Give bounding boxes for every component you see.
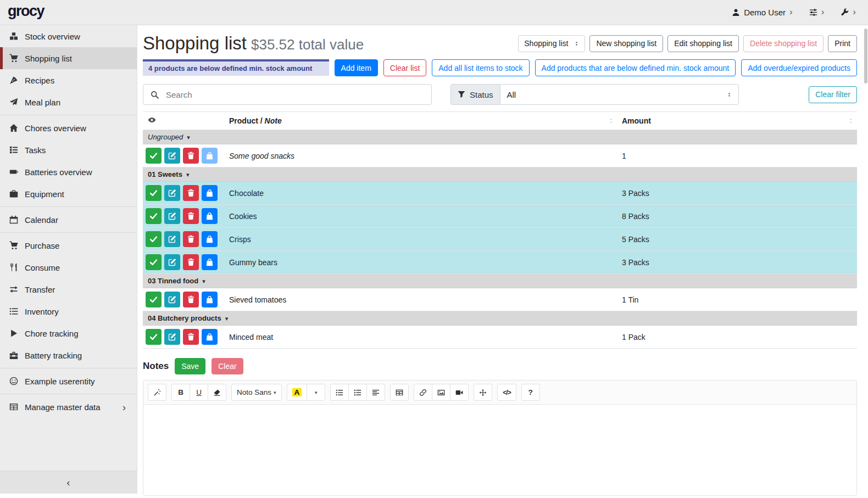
sidebar-item-equipment[interactable]: Equipment xyxy=(0,183,137,205)
sidebar-item-example-userentity[interactable]: Example userentity xyxy=(0,370,137,392)
notes-save-button[interactable]: Save xyxy=(175,358,205,374)
ordered-list-button[interactable] xyxy=(348,384,367,401)
underline-button[interactable]: U xyxy=(190,384,208,401)
insert-link-button[interactable] xyxy=(414,384,432,401)
row-done-button[interactable] xyxy=(146,208,162,224)
row-delete-button[interactable] xyxy=(183,208,199,224)
sidebar-item-tasks[interactable]: Tasks xyxy=(0,139,137,161)
color-picker-button[interactable]: ▾ xyxy=(307,384,325,401)
row-delete-button[interactable] xyxy=(183,231,199,247)
fullscreen-button[interactable] xyxy=(474,384,492,401)
row-add-to-stock-button[interactable] xyxy=(202,254,218,270)
code-view-button[interactable]: </> xyxy=(497,384,516,401)
paragraph-style-button[interactable] xyxy=(366,384,385,401)
delete-shopping-list-button[interactable]: Delete shopping list xyxy=(743,35,824,52)
add-overdue-button[interactable]: Add overdue/expired products xyxy=(741,59,857,76)
below-min-stock-alert[interactable]: 4 products are below defined min. stock … xyxy=(143,59,329,76)
row-edit-button[interactable] xyxy=(164,292,180,307)
row-done-button[interactable] xyxy=(146,292,162,307)
scrollbar-thumb[interactable] xyxy=(864,29,867,83)
scrollbar[interactable] xyxy=(864,26,867,495)
product-group-header[interactable]: 01 Sweets▾ xyxy=(143,167,857,182)
sidebar-item-consume[interactable]: Consume xyxy=(0,256,137,278)
caret-down-icon: ▾ xyxy=(202,278,205,284)
row-done-button[interactable] xyxy=(146,329,162,345)
sidebar-item-inventory[interactable]: Inventory xyxy=(0,300,137,322)
print-button[interactable]: Print xyxy=(828,35,857,52)
sidebar-item-manage-master-data[interactable]: Manage master data› xyxy=(0,396,137,418)
check-icon xyxy=(149,235,158,243)
row-edit-button[interactable] xyxy=(164,231,180,247)
row-delete-button[interactable] xyxy=(183,292,199,307)
insert-video-button[interactable] xyxy=(450,384,469,401)
trash-icon xyxy=(187,295,195,304)
select-arrows-icon xyxy=(727,91,732,98)
row-add-to-stock-button[interactable] xyxy=(202,329,218,345)
status-filter-select[interactable]: All xyxy=(500,84,739,105)
row-done-button[interactable] xyxy=(146,254,162,270)
sidebar-item-recipes[interactable]: Recipes xyxy=(0,69,137,91)
admin-menu[interactable]: › xyxy=(841,8,856,16)
row-delete-button[interactable] xyxy=(183,329,199,345)
row-add-to-stock-button[interactable] xyxy=(202,148,218,164)
sidebar-item-battery-tracking[interactable]: Battery tracking xyxy=(0,344,137,366)
sidebar-item-stock-overview[interactable]: Stock overview xyxy=(0,25,137,47)
row-delete-button[interactable] xyxy=(183,254,199,270)
row-done-button[interactable] xyxy=(146,231,162,247)
sidebar-item-batteries-overview[interactable]: Batteries overview xyxy=(0,161,137,183)
row-delete-button[interactable] xyxy=(183,148,199,164)
display-settings-menu[interactable]: › xyxy=(809,8,825,16)
sidebar-item-chores-overview[interactable]: Chores overview xyxy=(0,117,137,139)
row-add-to-stock-button[interactable] xyxy=(202,231,218,247)
sidebar-collapse-button[interactable]: ‹ xyxy=(0,471,137,494)
shopping-list-select[interactable]: Shopping list xyxy=(518,35,585,52)
edit-shopping-list-button[interactable]: Edit shopping list xyxy=(667,35,739,52)
sidebar-item-chore-tracking[interactable]: Chore tracking xyxy=(0,322,137,344)
new-shopping-list-button[interactable]: New shopping list xyxy=(589,35,663,52)
add-all-to-stock-button[interactable]: Add all list items to stock xyxy=(432,59,529,76)
insert-table-button[interactable] xyxy=(390,384,409,401)
notes-editor-area[interactable] xyxy=(143,405,856,495)
row-delete-button[interactable] xyxy=(183,185,199,201)
user-menu[interactable]: Demo User› xyxy=(732,8,793,17)
row-add-to-stock-button[interactable] xyxy=(202,208,218,224)
search-input[interactable] xyxy=(165,89,424,100)
sidebar-item-transfer[interactable]: Transfer xyxy=(0,278,137,300)
help-button[interactable]: ? xyxy=(521,384,540,401)
sidebar-divider xyxy=(0,394,137,394)
row-done-button[interactable] xyxy=(146,185,162,201)
product-column-header[interactable]: Product / Note xyxy=(225,112,617,130)
sidebar-item-calendar[interactable]: Calendar xyxy=(0,209,137,231)
row-edit-button[interactable] xyxy=(164,208,180,224)
eye-icon[interactable] xyxy=(147,116,157,124)
product-group-header[interactable]: 03 Tinned food▾ xyxy=(143,274,857,288)
unordered-list-button[interactable] xyxy=(330,384,349,401)
row-edit-button[interactable] xyxy=(164,254,180,270)
eraser-icon xyxy=(213,389,221,396)
notes-clear-button[interactable]: Clear xyxy=(212,358,243,374)
calendar-icon xyxy=(8,215,19,224)
row-edit-button[interactable] xyxy=(164,329,180,345)
font-family-button[interactable]: Noto Sans▾ xyxy=(231,384,282,401)
row-edit-button[interactable] xyxy=(164,185,180,201)
highlight-color-button[interactable]: A xyxy=(287,384,308,401)
style-suggestion-button[interactable] xyxy=(148,384,166,401)
row-add-to-stock-button[interactable] xyxy=(202,185,218,201)
product-group-header[interactable]: 04 Butchery products▾ xyxy=(143,311,857,326)
bold-button[interactable]: B xyxy=(171,384,190,401)
sidebar-item-purchase[interactable]: Purchase xyxy=(0,234,137,256)
amount-column-header[interactable]: Amount xyxy=(617,112,857,130)
add-item-button[interactable]: Add item xyxy=(335,59,378,76)
sidebar-item-meal-plan[interactable]: Meal plan xyxy=(0,91,137,113)
insert-picture-button[interactable] xyxy=(432,384,450,401)
sidebar-item-shopping-list[interactable]: Shopping list xyxy=(0,47,137,69)
clear-filter-button[interactable]: Clear filter xyxy=(809,86,857,103)
row-edit-button[interactable] xyxy=(164,148,180,164)
app-logo[interactable]: grocy xyxy=(0,3,44,22)
product-group-header[interactable]: Ungrouped▾ xyxy=(143,130,857,144)
row-done-button[interactable] xyxy=(146,148,162,164)
remove-format-button[interactable] xyxy=(208,384,226,401)
add-below-min-stock-button[interactable]: Add products that are below defined min.… xyxy=(535,59,736,76)
clear-list-button[interactable]: Clear list xyxy=(383,59,426,76)
row-add-to-stock-button[interactable] xyxy=(202,292,218,307)
